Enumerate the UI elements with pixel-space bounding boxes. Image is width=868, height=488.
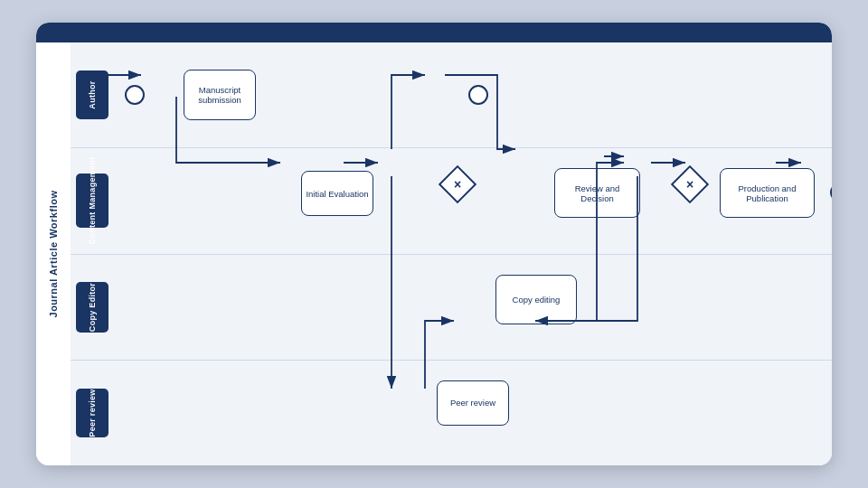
task-copy-editing[interactable]: Copy editing <box>495 275 577 324</box>
diagram-title: Journal Article Workflow <box>48 191 59 318</box>
lanes-container: Author Manuscript submission Content Man… <box>71 42 832 465</box>
lane-content-cm: Initial Evaluation × Review and Decision… <box>116 148 832 253</box>
task-review-decision[interactable]: Review and Decision <box>554 168 640 218</box>
lane-content-ce: Copy editing <box>116 255 832 360</box>
lane-label-author: Author <box>76 70 108 119</box>
lane-label-ce: Copy Editor <box>76 282 108 333</box>
gateway-2-icon: × <box>686 177 693 192</box>
lane-content-management: Content Management Initial Evaluation × … <box>71 148 832 254</box>
task-production-publication[interactable]: Production and Publication <box>720 168 815 218</box>
vertical-label-container: Journal Article Workflow <box>36 42 71 465</box>
lane-copy-editor: Copy Editor Copy editing <box>71 255 832 361</box>
workflow-card: Journal Article Workflow <box>36 23 832 465</box>
task-initial-evaluation[interactable]: Initial Evaluation <box>301 171 373 216</box>
lane-label-pr: Peer review <box>76 389 108 437</box>
lane-content-pr: Peer review <box>116 361 832 465</box>
lane-label-author-text: Author <box>88 80 97 108</box>
intermediate-event <box>468 85 488 105</box>
lane-peer-review: Peer review Peer review <box>71 361 832 465</box>
gateway-1[interactable]: × <box>439 165 476 203</box>
task-peer-review[interactable]: Peer review <box>437 380 509 426</box>
lane-label-cm-text: Content Management <box>88 157 97 245</box>
start-event <box>125 85 145 105</box>
lane-author: Author Manuscript submission <box>71 42 832 148</box>
lane-label-ce-text: Copy Editor <box>88 282 97 331</box>
main-area: Journal Article Workflow <box>36 42 832 465</box>
gateway-2[interactable]: × <box>671 165 709 203</box>
gateway-1-icon: × <box>454 177 461 192</box>
task-manuscript-submission[interactable]: Manuscript submission <box>184 70 256 120</box>
end-event <box>830 183 832 202</box>
lane-label-pr-text: Peer review <box>88 389 97 436</box>
lane-content-author: Manuscript submission <box>116 42 832 147</box>
top-bar <box>36 23 832 42</box>
lane-label-cm: Content Management <box>76 174 108 228</box>
